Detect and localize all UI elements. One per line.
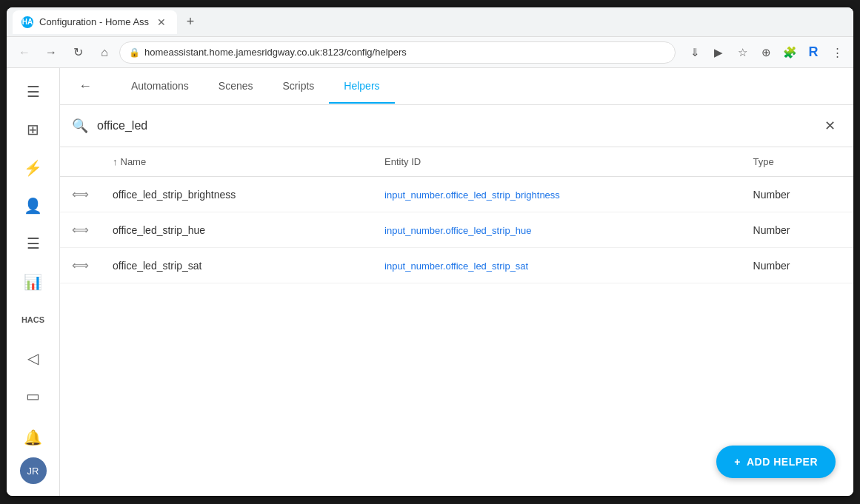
sidebar-item-dashboard[interactable]: ⊞ bbox=[16, 112, 51, 147]
clear-search-button[interactable]: ✕ bbox=[818, 114, 841, 138]
entity-id-link[interactable]: input_number.office_led_strip_brightness bbox=[384, 189, 560, 201]
avatar-initials: JR bbox=[27, 466, 39, 477]
sidebar-item-notifications[interactable]: 🔔 bbox=[16, 420, 51, 454]
row-name-cell: office_led_strip_hue bbox=[101, 212, 373, 248]
hamburger-icon: ☰ bbox=[27, 83, 40, 101]
number-icon: ⟺ bbox=[72, 258, 89, 272]
row-type-cell: Number bbox=[741, 248, 853, 283]
tab-scenes[interactable]: Scenes bbox=[204, 70, 268, 104]
browser-titlebar: HA Configuration - Home Ass ✕ + bbox=[7, 7, 853, 37]
extensions-icon[interactable]: 🧩 bbox=[779, 42, 800, 63]
row-entity-id-cell: input_number.office_led_strip_hue bbox=[373, 212, 741, 248]
row-entity-id-cell: input_number.office_led_strip_sat bbox=[373, 248, 741, 283]
download-icon[interactable]: ⇓ bbox=[684, 42, 705, 63]
row-type-cell: Number bbox=[741, 177, 853, 212]
sidebar-item-logbook[interactable]: ☰ bbox=[16, 226, 51, 261]
browser-controls: ← → ↻ ⌂ 🔒 homeassistant.home.jamesridgwa… bbox=[7, 37, 853, 68]
row-entity-id-cell: input_number.office_led_strip_brightness bbox=[373, 177, 741, 212]
logbook-icon: ☰ bbox=[27, 235, 40, 252]
sidebar: ☰ ⊞ ⚡ 👤 ☰ 📊 HACS ◁ ▭ bbox=[7, 68, 60, 496]
user-avatar-button[interactable]: JR bbox=[20, 457, 47, 484]
tab-close-button[interactable]: ✕ bbox=[155, 16, 168, 29]
browser-tab[interactable]: HA Configuration - Home Ass ✕ bbox=[13, 10, 177, 34]
ha-profile-icon[interactable]: R bbox=[803, 42, 824, 63]
new-tab-button[interactable]: + bbox=[180, 12, 201, 33]
energy-icon: ⚡ bbox=[24, 159, 42, 177]
row-icon-cell: ⟺ bbox=[60, 212, 101, 248]
cast-icon[interactable]: ▶ bbox=[708, 42, 729, 63]
col-icon-header bbox=[60, 147, 101, 177]
col-name-header[interactable]: ↑ Name bbox=[101, 147, 373, 177]
menu-icon[interactable]: ⋮ bbox=[827, 42, 847, 63]
entity-id-link[interactable]: input_number.office_led_strip_hue bbox=[384, 225, 532, 236]
content-area: 🔍 ✕ ↑ Name bbox=[60, 105, 853, 496]
tab-title: Configuration - Home Ass bbox=[39, 16, 149, 27]
tab-favicon: HA bbox=[21, 16, 33, 28]
row-type-cell: Number bbox=[741, 212, 853, 248]
address-bar[interactable]: 🔒 homeassistant.home.jamesridgway.co.uk:… bbox=[119, 41, 676, 64]
col-entity-id-header: Entity ID bbox=[373, 147, 741, 177]
forward-nav-button[interactable]: → bbox=[39, 41, 63, 64]
row-name-cell: office_led_strip_brightness bbox=[101, 177, 373, 212]
app-layout: ☰ ⊞ ⚡ 👤 ☰ 📊 HACS ◁ ▭ bbox=[7, 68, 853, 496]
browser-window: HA Configuration - Home Ass ✕ + ← → ↻ ⌂ … bbox=[7, 7, 853, 496]
sort-name-indicator[interactable]: ↑ Name bbox=[113, 156, 146, 167]
sidebar-item-energy[interactable]: ⚡ bbox=[16, 150, 51, 185]
terminal-icon: ▭ bbox=[26, 387, 40, 405]
search-bar: 🔍 ✕ bbox=[60, 105, 853, 147]
col-type-header: Type bbox=[741, 147, 853, 177]
tab-navigation: ← Automations Scenes Scripts Helpers bbox=[60, 68, 853, 105]
sidebar-item-studio[interactable]: ◁ bbox=[16, 340, 51, 375]
nav-tabs: Automations Scenes Scripts Helpers bbox=[116, 70, 395, 103]
table-row[interactable]: ⟺ office_led_strip_brightness input_numb… bbox=[60, 177, 853, 212]
sidebar-item-hacs[interactable]: HACS bbox=[16, 303, 51, 337]
tab-scripts[interactable]: Scripts bbox=[268, 70, 330, 104]
add-helper-button[interactable]: + ADD HELPER bbox=[716, 446, 836, 478]
sidebar-menu-toggle[interactable]: ☰ bbox=[16, 74, 51, 109]
home-button[interactable]: ⌂ bbox=[93, 41, 116, 64]
sidebar-item-terminal[interactable]: ▭ bbox=[16, 379, 51, 414]
dashboard-icon: ⊞ bbox=[27, 121, 39, 138]
entity-id-link[interactable]: input_number.office_led_strip_sat bbox=[384, 261, 528, 272]
history-icon: 📊 bbox=[24, 273, 42, 291]
sort-up-icon: ↑ bbox=[113, 156, 118, 167]
search-icon: 🔍 bbox=[72, 118, 88, 134]
row-name-cell: office_led_strip_sat bbox=[101, 248, 373, 283]
fab-plus-icon: + bbox=[734, 456, 741, 468]
tab-automations[interactable]: Automations bbox=[116, 70, 204, 104]
row-icon-cell: ⟺ bbox=[60, 248, 101, 283]
person-icon: 👤 bbox=[24, 197, 42, 215]
sidebar-item-person[interactable]: 👤 bbox=[16, 188, 51, 223]
number-icon: ⟺ bbox=[72, 223, 89, 237]
search-input[interactable] bbox=[97, 119, 809, 132]
helpers-table: ↑ Name Entity ID Type bbox=[60, 147, 853, 283]
table-row[interactable]: ⟺ office_led_strip_sat input_number.offi… bbox=[60, 248, 853, 283]
tab-helpers[interactable]: Helpers bbox=[329, 70, 394, 104]
back-button[interactable]: ← bbox=[72, 73, 99, 100]
studio-icon: ◁ bbox=[27, 349, 39, 367]
fab-label: ADD HELPER bbox=[747, 456, 818, 468]
url-text: homeassistant.home.jamesridgway.co.uk:81… bbox=[144, 47, 407, 58]
browser-actions: ⇓ ▶ ☆ ⊕ 🧩 R ⋮ bbox=[684, 42, 847, 63]
main-content: ← Automations Scenes Scripts Helpers bbox=[60, 68, 853, 496]
row-icon-cell: ⟺ bbox=[60, 177, 101, 212]
profile-icon[interactable]: ⊕ bbox=[756, 42, 776, 63]
reload-button[interactable]: ↻ bbox=[66, 41, 90, 64]
bookmark-icon[interactable]: ☆ bbox=[732, 42, 753, 63]
table-row[interactable]: ⟺ office_led_strip_hue input_number.offi… bbox=[60, 212, 853, 248]
hacs-label: HACS bbox=[21, 315, 44, 324]
bell-icon: 🔔 bbox=[24, 429, 42, 446]
lock-icon: 🔒 bbox=[129, 47, 140, 58]
back-nav-button[interactable]: ← bbox=[13, 41, 36, 64]
number-icon: ⟺ bbox=[72, 187, 89, 201]
sidebar-item-history[interactable]: 📊 bbox=[16, 264, 51, 299]
